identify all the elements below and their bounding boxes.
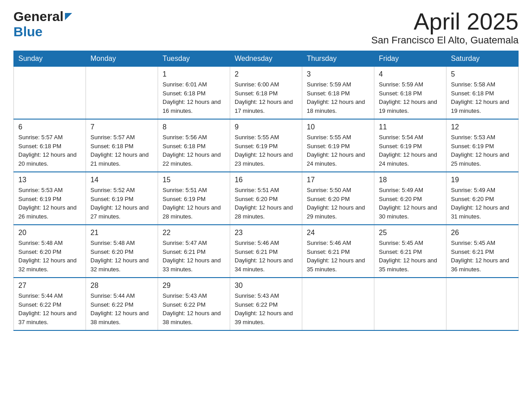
calendar-week-1: 1Sunrise: 6:01 AMSunset: 6:18 PMDaylight… — [14, 67, 519, 120]
day-number: 11 — [379, 123, 442, 131]
calendar-subtitle: San Francisco El Alto, Guatemala — [371, 34, 519, 46]
calendar-header-friday: Friday — [374, 51, 446, 67]
calendar-cell — [374, 278, 446, 330]
calendar-header-monday: Monday — [86, 51, 158, 67]
calendar-cell: 15Sunrise: 5:51 AMSunset: 6:19 PMDayligh… — [158, 172, 230, 225]
calendar-cell: 19Sunrise: 5:49 AMSunset: 6:20 PMDayligh… — [446, 172, 519, 225]
calendar-cell: 29Sunrise: 5:43 AMSunset: 6:22 PMDayligh… — [158, 278, 230, 330]
calendar-header-wednesday: Wednesday — [230, 51, 302, 67]
day-info: Sunrise: 5:48 AMSunset: 6:20 PMDaylight:… — [90, 239, 153, 274]
day-info: Sunrise: 5:49 AMSunset: 6:20 PMDaylight:… — [451, 186, 514, 221]
calendar-week-4: 20Sunrise: 5:48 AMSunset: 6:20 PMDayligh… — [14, 225, 519, 278]
day-number: 3 — [307, 70, 369, 78]
calendar-cell: 26Sunrise: 5:45 AMSunset: 6:21 PMDayligh… — [446, 225, 519, 278]
day-number: 13 — [18, 176, 81, 184]
calendar-header-saturday: Saturday — [446, 51, 519, 67]
logo-blue-text: Blue — [13, 24, 43, 39]
day-info: Sunrise: 6:01 AMSunset: 6:18 PMDaylight:… — [163, 80, 225, 115]
calendar-cell: 9Sunrise: 5:55 AMSunset: 6:19 PMDaylight… — [230, 119, 302, 172]
day-info: Sunrise: 5:56 AMSunset: 6:18 PMDaylight:… — [163, 133, 225, 168]
day-info: Sunrise: 5:59 AMSunset: 6:18 PMDaylight:… — [307, 80, 369, 115]
day-number: 28 — [90, 282, 153, 290]
day-info: Sunrise: 5:51 AMSunset: 6:20 PMDaylight:… — [235, 186, 297, 221]
calendar-cell: 12Sunrise: 5:53 AMSunset: 6:19 PMDayligh… — [446, 119, 519, 172]
calendar-cell: 16Sunrise: 5:51 AMSunset: 6:20 PMDayligh… — [230, 172, 302, 225]
calendar-cell: 21Sunrise: 5:48 AMSunset: 6:20 PMDayligh… — [86, 225, 158, 278]
calendar-header-thursday: Thursday — [302, 51, 374, 67]
day-info: Sunrise: 5:57 AMSunset: 6:18 PMDaylight:… — [90, 133, 153, 168]
day-info: Sunrise: 5:46 AMSunset: 6:21 PMDaylight:… — [307, 239, 369, 274]
calendar-cell: 25Sunrise: 5:45 AMSunset: 6:21 PMDayligh… — [374, 225, 446, 278]
calendar-cell: 10Sunrise: 5:55 AMSunset: 6:19 PMDayligh… — [302, 119, 374, 172]
day-number: 21 — [90, 229, 153, 237]
calendar-cell: 22Sunrise: 5:47 AMSunset: 6:21 PMDayligh… — [158, 225, 230, 278]
calendar-cell: 11Sunrise: 5:54 AMSunset: 6:19 PMDayligh… — [374, 119, 446, 172]
day-info: Sunrise: 5:53 AMSunset: 6:19 PMDaylight:… — [451, 133, 514, 168]
calendar-header-row: SundayMondayTuesdayWednesdayThursdayFrid… — [14, 51, 519, 67]
calendar-cell: 30Sunrise: 5:43 AMSunset: 6:22 PMDayligh… — [230, 278, 302, 330]
logo: General Blue — [13, 9, 72, 39]
day-info: Sunrise: 5:49 AMSunset: 6:20 PMDaylight:… — [379, 186, 442, 221]
calendar-cell: 24Sunrise: 5:46 AMSunset: 6:21 PMDayligh… — [302, 225, 374, 278]
day-number: 17 — [307, 176, 369, 184]
calendar-cell: 23Sunrise: 5:46 AMSunset: 6:21 PMDayligh… — [230, 225, 302, 278]
calendar-table: SundayMondayTuesdayWednesdayThursdayFrid… — [13, 51, 519, 331]
calendar-cell — [86, 67, 158, 120]
day-number: 6 — [18, 123, 81, 131]
calendar-header-sunday: Sunday — [14, 51, 86, 67]
calendar-cell: 28Sunrise: 5:44 AMSunset: 6:22 PMDayligh… — [86, 278, 158, 330]
page-header: General Blue April 2025 San Francisco El… — [13, 9, 519, 46]
day-info: Sunrise: 5:55 AMSunset: 6:19 PMDaylight:… — [307, 133, 369, 168]
calendar-cell: 4Sunrise: 5:59 AMSunset: 6:18 PMDaylight… — [374, 67, 446, 120]
day-number: 30 — [235, 282, 297, 290]
day-number: 25 — [379, 229, 442, 237]
calendar-cell: 1Sunrise: 6:01 AMSunset: 6:18 PMDaylight… — [158, 67, 230, 120]
calendar-cell — [14, 67, 86, 120]
day-info: Sunrise: 5:53 AMSunset: 6:19 PMDaylight:… — [18, 186, 81, 221]
day-number: 20 — [18, 229, 81, 237]
calendar-cell — [302, 278, 374, 330]
calendar-week-3: 13Sunrise: 5:53 AMSunset: 6:19 PMDayligh… — [14, 172, 519, 225]
calendar-cell: 2Sunrise: 6:00 AMSunset: 6:18 PMDaylight… — [230, 67, 302, 120]
day-info: Sunrise: 5:45 AMSunset: 6:21 PMDaylight:… — [379, 239, 442, 274]
calendar-cell: 13Sunrise: 5:53 AMSunset: 6:19 PMDayligh… — [14, 172, 86, 225]
day-info: Sunrise: 5:44 AMSunset: 6:22 PMDaylight:… — [90, 291, 153, 326]
day-info: Sunrise: 5:52 AMSunset: 6:19 PMDaylight:… — [90, 186, 153, 221]
day-info: Sunrise: 5:54 AMSunset: 6:19 PMDaylight:… — [379, 133, 442, 168]
calendar-cell: 14Sunrise: 5:52 AMSunset: 6:19 PMDayligh… — [86, 172, 158, 225]
calendar-title: April 2025 — [371, 9, 519, 34]
day-info: Sunrise: 5:47 AMSunset: 6:21 PMDaylight:… — [163, 239, 225, 274]
day-number: 8 — [163, 123, 225, 131]
day-number: 18 — [379, 176, 442, 184]
day-number: 26 — [451, 229, 514, 237]
calendar-cell: 18Sunrise: 5:49 AMSunset: 6:20 PMDayligh… — [374, 172, 446, 225]
day-number: 16 — [235, 176, 297, 184]
day-number: 10 — [307, 123, 369, 131]
calendar-header-tuesday: Tuesday — [158, 51, 230, 67]
day-info: Sunrise: 5:44 AMSunset: 6:22 PMDaylight:… — [18, 291, 81, 326]
calendar-cell: 27Sunrise: 5:44 AMSunset: 6:22 PMDayligh… — [14, 278, 86, 330]
day-number: 1 — [163, 70, 225, 78]
day-number: 19 — [451, 176, 514, 184]
day-info: Sunrise: 5:57 AMSunset: 6:18 PMDaylight:… — [18, 133, 81, 168]
calendar-cell: 3Sunrise: 5:59 AMSunset: 6:18 PMDaylight… — [302, 67, 374, 120]
day-number: 7 — [90, 123, 153, 131]
logo-general-text: General — [13, 9, 64, 24]
day-number: 5 — [451, 70, 514, 78]
day-number: 24 — [307, 229, 369, 237]
day-number: 27 — [18, 282, 81, 290]
day-number: 15 — [163, 176, 225, 184]
title-block: April 2025 San Francisco El Alto, Guatem… — [371, 9, 519, 46]
day-info: Sunrise: 5:48 AMSunset: 6:20 PMDaylight:… — [18, 239, 81, 274]
day-number: 14 — [90, 176, 153, 184]
calendar-cell: 17Sunrise: 5:50 AMSunset: 6:20 PMDayligh… — [302, 172, 374, 225]
day-number: 29 — [163, 282, 225, 290]
day-info: Sunrise: 5:45 AMSunset: 6:21 PMDaylight:… — [451, 239, 514, 274]
day-info: Sunrise: 5:55 AMSunset: 6:19 PMDaylight:… — [235, 133, 297, 168]
day-number: 12 — [451, 123, 514, 131]
day-info: Sunrise: 5:51 AMSunset: 6:19 PMDaylight:… — [163, 186, 225, 221]
calendar-week-5: 27Sunrise: 5:44 AMSunset: 6:22 PMDayligh… — [14, 278, 519, 330]
day-number: 4 — [379, 70, 442, 78]
calendar-week-2: 6Sunrise: 5:57 AMSunset: 6:18 PMDaylight… — [14, 119, 519, 172]
day-number: 9 — [235, 123, 297, 131]
